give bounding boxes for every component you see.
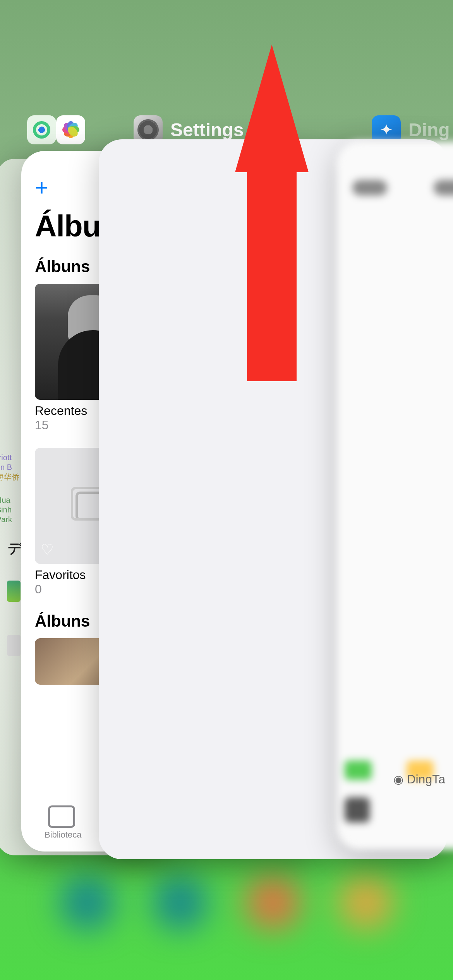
dingtalk-row [345, 797, 370, 822]
app-card-dingtalk[interactable] [337, 141, 453, 850]
dock-app-blur [60, 875, 114, 930]
maps-poi-label: デ [8, 540, 22, 557]
shield-icon: ◉ [393, 773, 403, 786]
maps-poi-label: Park [0, 515, 12, 524]
dock-blur-background [0, 845, 453, 961]
maps-poi-label: 海华侨 [0, 472, 19, 481]
dock-app-blur [153, 875, 207, 930]
maps-poi-label: rriott [0, 453, 12, 462]
maps-poi-label: Binh [0, 505, 12, 514]
library-icon [51, 809, 75, 828]
heart-icon: ♡ [41, 541, 54, 558]
maps-thumbnail [7, 635, 21, 656]
dock-app-blur [246, 875, 300, 930]
tab-label: Biblioteca [45, 830, 81, 840]
findmy-icon [27, 115, 56, 144]
maps-poi-label: Hua [0, 495, 10, 505]
dingtalk-footer: ◉ DingTa [393, 772, 445, 786]
dingtalk-footer-text: DingTa [407, 772, 445, 786]
dock-app-blur [339, 875, 393, 930]
dingtalk-label: Ding [408, 119, 450, 140]
maps-thumbnail [7, 581, 21, 602]
dingtalk-top-bar [352, 180, 453, 207]
settings-label: Settings [170, 119, 244, 140]
maps-poi-label: en B [0, 463, 12, 472]
tab-library[interactable]: Biblioteca [45, 809, 81, 840]
photos-icon [56, 115, 85, 144]
